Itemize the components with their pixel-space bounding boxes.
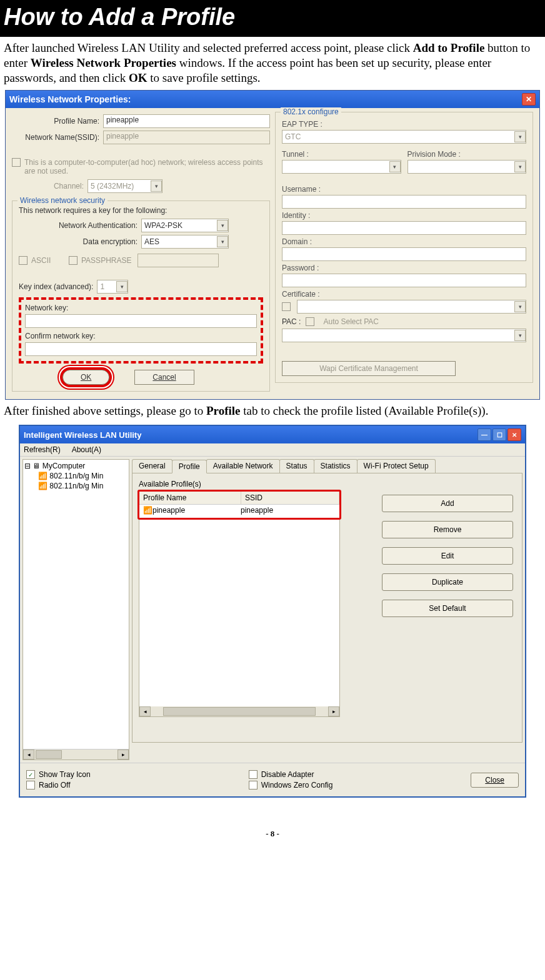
profile-name-input[interactable]: pineapple: [103, 114, 270, 128]
text: After launched Wireless LAN Utility and …: [4, 41, 413, 54]
close-icon[interactable]: ✕: [508, 428, 521, 441]
profile-list[interactable]: Profile Name SSID 📶pineapple pineapple ◂…: [139, 491, 340, 717]
wapi-button: Wapi Certificate Management: [282, 361, 456, 376]
privision-label: Privision Mode :: [408, 150, 527, 159]
intro-paragraph-2: After finished above settings, please go…: [0, 400, 545, 421]
username-label: Username :: [282, 185, 526, 194]
dialog-title: Wireless Network Properties:: [9, 94, 131, 104]
chevron-down-icon[interactable]: ▾: [217, 220, 228, 231]
win-zero-checkbox[interactable]: [249, 781, 258, 789]
page-number: - 8 -: [0, 798, 545, 845]
add-button[interactable]: Add: [382, 495, 513, 512]
disable-adapter-checkbox[interactable]: [249, 770, 258, 779]
enc-value: AES: [144, 237, 159, 246]
titlebar[interactable]: Intelligent Wireless LAN Utility — ☐ ✕: [20, 426, 525, 443]
chevron-down-icon: ▾: [514, 330, 526, 341]
tunnel-label: Tunnel :: [282, 150, 401, 159]
channel-label: Channel:: [12, 182, 88, 191]
keyidx-value: 1: [100, 282, 104, 291]
bold: Wireless Network Properties: [31, 56, 176, 69]
edit-button[interactable]: Edit: [382, 547, 513, 565]
maximize-icon[interactable]: ☐: [492, 428, 506, 441]
scroll-thumb[interactable]: [36, 750, 62, 759]
tab-status[interactable]: Status: [279, 459, 314, 473]
autopac-checkbox: [306, 317, 314, 326]
tab-bar: General Profile Available Network Status…: [132, 459, 522, 473]
passphrase-label: PASSPHRASE: [81, 256, 138, 265]
menubar: Refresh(R) About(A): [20, 443, 525, 457]
highlight-box: [138, 490, 341, 520]
auth-value: WPA2-PSK: [144, 221, 182, 230]
tab-statistics[interactable]: Statistics: [314, 459, 358, 473]
remove-button[interactable]: Remove: [382, 521, 513, 538]
scroll-left-icon[interactable]: ◂: [23, 750, 34, 760]
chevron-down-icon[interactable]: ▾: [217, 236, 228, 247]
radio-off-checkbox[interactable]: [26, 781, 35, 789]
radio-off-label: Radio Off: [39, 781, 70, 789]
text: tab to check the profile listed (Availab…: [241, 404, 489, 417]
tree-child[interactable]: 📶 802.11n/b/g Min: [24, 481, 128, 491]
tab-available-network[interactable]: Available Network: [206, 459, 280, 473]
menu-refresh[interactable]: Refresh(R): [24, 445, 61, 454]
close-icon[interactable]: ✕: [522, 93, 536, 106]
privision-select: ▾: [408, 160, 527, 174]
ascii-label: ASCII: [31, 256, 69, 265]
chevron-down-icon: ▾: [514, 161, 526, 172]
tree-child[interactable]: 📶 802.11n/b/g Min: [24, 471, 128, 481]
chevron-down-icon: ▾: [514, 301, 526, 312]
show-tray-label: Show Tray Icon: [39, 770, 91, 779]
ok-button[interactable]: OK: [62, 370, 109, 385]
titlebar[interactable]: Wireless Network Properties: ✕: [6, 91, 539, 108]
horizontal-scrollbar[interactable]: ◂ ▸: [23, 749, 129, 760]
close-button[interactable]: Close: [471, 773, 519, 788]
cert-checkbox: [282, 302, 291, 311]
password-input: [282, 274, 526, 287]
cancel-label: Cancel: [152, 373, 176, 382]
domain-label: Domain :: [282, 237, 526, 246]
window-title: Intelligent Wireless LAN Utility: [24, 430, 141, 440]
confirm-input[interactable]: [25, 342, 257, 356]
username-input: [282, 195, 526, 209]
identity-label: Identity :: [282, 211, 526, 220]
tree-child-label: 802.11n/b/g Min: [49, 482, 103, 490]
pac-label: PAC :: [282, 317, 301, 326]
scroll-right-icon[interactable]: ▸: [118, 750, 129, 760]
scroll-thumb[interactable]: [163, 707, 316, 716]
8021x-fieldset: 802.1x configure EAP TYPE : GTC▾ Tunnel …: [275, 112, 533, 383]
ok-label: OK: [81, 373, 91, 382]
chevron-down-icon: ▾: [116, 281, 128, 292]
duplicate-button[interactable]: Duplicate: [382, 573, 513, 591]
horizontal-scrollbar[interactable]: ◂ ▸: [139, 706, 339, 716]
ssid-label: Network Name(SSID):: [12, 133, 103, 142]
eap-label: EAP TYPE :: [282, 120, 526, 129]
scroll-right-icon[interactable]: ▸: [328, 706, 339, 716]
cancel-button[interactable]: Cancel: [134, 370, 194, 385]
tab-general[interactable]: General: [132, 459, 172, 473]
8021x-legend: 802.1x configure: [281, 107, 341, 116]
keyidx-label: Key index (advanced):: [19, 282, 93, 291]
identity-input: [282, 221, 526, 235]
eap-select: GTC▾: [282, 130, 526, 144]
minimize-icon[interactable]: —: [478, 428, 491, 441]
password-label: Password :: [282, 264, 526, 272]
scroll-left-icon[interactable]: ◂: [139, 706, 151, 716]
tab-profile[interactable]: Profile: [172, 460, 207, 473]
auth-select[interactable]: WPA2-PSK▾: [141, 219, 229, 232]
tree-root[interactable]: ⊟ 🖥 MyComputer: [24, 461, 128, 471]
available-profiles-label: Available Profile(s): [139, 480, 516, 488]
show-tray-checkbox[interactable]: ✓: [26, 770, 35, 779]
chevron-down-icon: ▾: [151, 181, 162, 192]
channel-value: 5 (2432MHz): [91, 182, 134, 191]
enc-select[interactable]: AES▾: [141, 235, 229, 249]
netkey-input[interactable]: [25, 314, 257, 328]
tree-root-label: MyComputer: [42, 462, 86, 470]
tunnel-select: ▾: [282, 160, 401, 174]
adhoc-text: This is a computer-to-computer(ad hoc) n…: [24, 158, 270, 176]
device-tree[interactable]: ⊟ 🖥 MyComputer 📶 802.11n/b/g Min 📶 802.1…: [22, 459, 129, 760]
set-default-button[interactable]: Set Default: [382, 600, 513, 617]
tab-wifi-protect[interactable]: Wi-Fi Protect Setup: [357, 459, 436, 473]
menu-about[interactable]: About(A): [72, 445, 101, 454]
bold: Add to Profile: [413, 41, 485, 54]
security-legend: Wireless network security: [18, 196, 108, 205]
keyidx-select: 1▾: [97, 280, 128, 294]
